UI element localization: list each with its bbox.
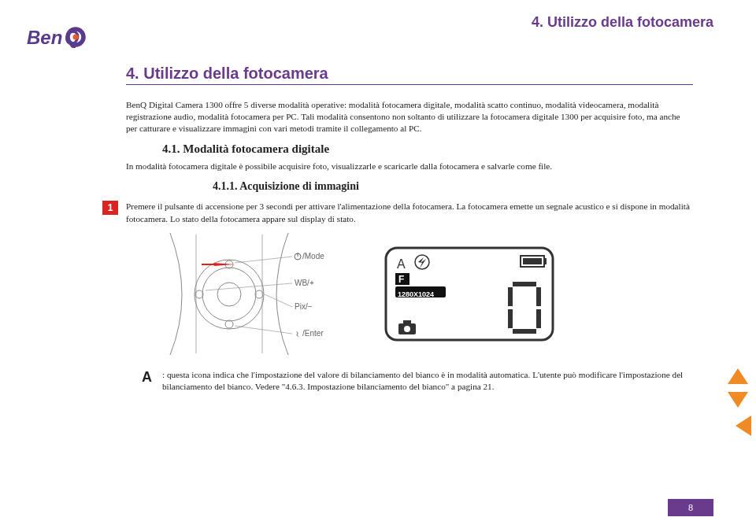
enter-label: /Enter — [302, 329, 324, 338]
section-intro: BenQ Digital Camera 1300 offre 5 diverse… — [126, 99, 693, 135]
svg-line-16 — [206, 283, 292, 290]
svg-rect-23 — [544, 258, 547, 264]
svg-line-17 — [265, 294, 292, 307]
page-number: 8 — [668, 499, 713, 516]
svg-point-7 — [202, 268, 256, 321]
step-text: Premere il pulsante di accensione per 3 … — [126, 201, 693, 224]
svg-point-6 — [195, 260, 264, 329]
svg-line-18 — [235, 326, 292, 334]
svg-rect-30 — [403, 320, 411, 324]
nav-up-icon[interactable] — [728, 368, 748, 384]
svg-point-31 — [404, 326, 410, 332]
svg-text:F: F — [398, 274, 404, 285]
benq-logo: Ben Q — [27, 27, 106, 52]
step-row: 1 Premere il pulsante di accensione per … — [102, 201, 693, 224]
svg-point-3 — [73, 35, 79, 40]
nav-back-icon[interactable] — [736, 416, 751, 436]
step-number-badge: 1 — [102, 201, 118, 215]
pix-label: Pix/− — [295, 302, 313, 311]
mode-label: /Mode — [302, 252, 324, 260]
section-title: 4. Utilizzo della fotocamera — [126, 65, 693, 85]
lcd-a-char: A — [397, 257, 406, 271]
svg-rect-24 — [523, 258, 542, 264]
legend-letter: A — [142, 369, 156, 386]
lcd-resolution: 1280X1024 — [398, 290, 434, 298]
svg-line-15 — [235, 257, 292, 263]
wb-label: WB/+ — [295, 279, 314, 287]
lcd-status-diagram: A F — [383, 245, 556, 343]
legend-text: : questa icona indica che l'impostazione… — [162, 369, 693, 393]
subsubsection-title: 4.1.1. Acquisizione di immagini — [213, 180, 693, 193]
main-content: 4. Utilizzo della fotocamera BenQ Digita… — [126, 65, 693, 393]
camera-back-diagram: /Mode WB/+ Pix/− /Enter — [162, 233, 367, 355]
diagrams-row: /Mode WB/+ Pix/− /Enter A F — [162, 233, 693, 355]
subsection-text: In modalità fotocamera digitale è possib… — [126, 161, 693, 172]
svg-text:Ben: Ben — [27, 27, 62, 48]
running-header: 4. Utilizzo della fotocamera — [532, 14, 713, 31]
svg-point-8 — [217, 283, 241, 306]
legend-row: A : questa icona indica che l'impostazio… — [142, 369, 693, 393]
nav-down-icon[interactable] — [728, 392, 748, 408]
subsection-title: 4.1. Modalità fotocamera digitale — [162, 142, 693, 156]
